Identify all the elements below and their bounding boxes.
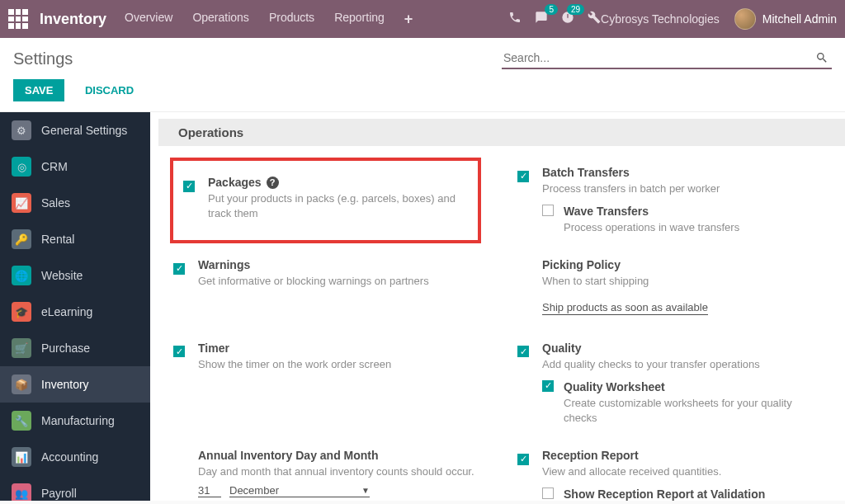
page-title: Settings	[13, 49, 73, 68]
sidebar-item-label: CRM	[41, 160, 68, 173]
debug-icon[interactable]	[588, 11, 601, 27]
sidebar-item-rental[interactable]: 🔑Rental	[0, 221, 150, 257]
sidebar-item-label: Rental	[41, 233, 74, 246]
section-header-operations: Operations	[158, 119, 845, 146]
si-payroll-icon: 👥	[12, 483, 31, 501]
sidebar-item-label: Sales	[41, 196, 70, 210]
sidebar-item-label: Inventory	[41, 378, 89, 391]
search-container	[502, 48, 832, 69]
systray: 5 29	[508, 11, 601, 27]
top-navbar: Inventory Overview Operations Products R…	[0, 0, 845, 38]
desc-timer: Show the timer on the work order screen	[198, 357, 478, 372]
desc-reception-report: View and allocate received quantities.	[542, 464, 822, 479]
checkbox-wave-transfers[interactable]	[542, 205, 554, 216]
sidebar-item-accounting[interactable]: 📊Accounting	[0, 439, 150, 475]
si-mfg-icon: 🔧	[12, 411, 31, 431]
sidebar-item-general-settings[interactable]: ⚙General Settings	[0, 112, 150, 148]
label-quality-worksheet: Quality Worksheet	[564, 380, 665, 393]
sidebar-item-label: Website	[41, 269, 83, 282]
sub-show-reception-validation: Show Reception Report at Validation Auto…	[542, 488, 822, 501]
setting-timer: Timer Show the timer on the work order s…	[170, 330, 481, 438]
nav-products[interactable]: Products	[269, 11, 314, 28]
select-picking-policy[interactable]: Ship products as soon as available	[542, 301, 708, 313]
sub-wave-transfers: Wave Transfers Process operations in wav…	[542, 205, 822, 235]
settings-content: Operations Packages ? Put your products …	[150, 112, 845, 501]
sidebar-item-crm[interactable]: ◎CRM	[0, 148, 150, 185]
label-annual-inventory: Annual Inventory Day and Month	[198, 449, 379, 462]
messages-badge: 5	[545, 4, 558, 15]
setting-batch-transfers: Batch Transfers Process transfers in bat…	[514, 154, 825, 247]
label-wave-transfers: Wave Transfers	[564, 205, 649, 218]
si-rental-icon: 🔑	[12, 229, 31, 249]
sidebar-item-purchase[interactable]: 🛒Purchase	[0, 330, 150, 366]
sidebar-item-label: Manufacturing	[41, 414, 115, 427]
setting-annual-inventory: Annual Inventory Day and Month Day and m…	[170, 437, 481, 501]
company-switcher[interactable]: Cybrosys Technologies	[601, 12, 720, 26]
checkbox-warnings[interactable]	[173, 263, 185, 275]
highlight-packages: Packages ? Put your products in packs (e…	[170, 158, 481, 243]
user-name: Mitchell Admin	[762, 12, 837, 26]
search-input[interactable]	[502, 48, 832, 68]
select-inventory-month[interactable]: December	[229, 484, 279, 497]
label-batch-transfers: Batch Transfers	[542, 166, 630, 179]
desc-quality: Add quality checks to your transfer oper…	[542, 357, 822, 372]
help-icon[interactable]: ?	[267, 177, 279, 189]
messages-icon[interactable]: 5	[535, 11, 548, 27]
app-brand[interactable]: Inventory	[40, 11, 106, 28]
discard-button[interactable]: DISCARD	[77, 79, 142, 101]
chevron-down-icon[interactable]: ▼	[361, 486, 370, 495]
si-elearn-icon: 🎓	[12, 302, 31, 322]
checkbox-quality-worksheet[interactable]	[542, 380, 554, 392]
sidebar-item-elearning[interactable]: 🎓eLearning	[0, 294, 150, 330]
si-account-icon: 📊	[12, 447, 31, 467]
checkbox-packages[interactable]	[183, 181, 195, 192]
label-quality: Quality	[542, 341, 581, 355]
setting-packages: Packages ? Put your products in packs (e…	[180, 164, 471, 233]
apps-launcher-icon[interactable]	[8, 9, 28, 29]
desc-annual-inventory: Day and month that annual inventory coun…	[198, 464, 478, 479]
checkbox-show-reception-validation[interactable]	[542, 488, 554, 499]
sidebar-item-label: eLearning	[41, 305, 92, 318]
sidebar-item-sales[interactable]: 📈Sales	[0, 185, 150, 221]
label-reception-report: Reception Report	[542, 449, 639, 462]
user-avatar	[734, 8, 756, 30]
checkbox-quality[interactable]	[517, 346, 529, 357]
sub-quality-worksheet: Quality Worksheet Create customizable wo…	[542, 380, 822, 426]
input-inventory-day[interactable]	[198, 484, 221, 497]
label-timer: Timer	[198, 341, 229, 355]
sidebar-item-website[interactable]: 🌐Website	[0, 257, 150, 294]
nav-add-icon[interactable]: +	[404, 11, 413, 28]
checkbox-timer[interactable]	[173, 346, 185, 357]
setting-quality: Quality Add quality checks to your trans…	[514, 330, 825, 438]
nav-links: Overview Operations Products Reporting +	[125, 11, 413, 28]
desc-wave-transfers: Process operations in wave transfers	[564, 220, 822, 235]
sidebar-item-payroll[interactable]: 👥Payroll	[0, 475, 150, 501]
si-inventory-icon: 📦	[12, 374, 31, 394]
si-crm-icon: ◎	[12, 157, 31, 177]
user-menu[interactable]: Mitchell Admin	[734, 8, 837, 30]
checkbox-batch-transfers[interactable]	[517, 171, 529, 182]
sidebar-item-label: General Settings	[41, 124, 127, 137]
desc-packages: Put your products in packs (e.g. parcels…	[208, 191, 468, 221]
action-bar: SAVE DISCARD	[0, 76, 845, 112]
nav-operations[interactable]: Operations	[192, 11, 248, 28]
phone-icon[interactable]	[508, 11, 522, 27]
setting-picking-policy: Picking Policy When to start shipping Sh…	[514, 247, 825, 329]
si-gear-icon: ⚙	[12, 120, 31, 140]
desc-quality-worksheet: Create customizable worksheets for your …	[564, 396, 822, 426]
sidebar-item-manufacturing[interactable]: 🔧Manufacturing	[0, 403, 150, 439]
desc-warnings: Get informative or blocking warnings on …	[198, 274, 478, 289]
si-purchase-icon: 🛒	[12, 338, 31, 358]
search-icon[interactable]	[815, 51, 828, 64]
activities-icon[interactable]: 29	[561, 11, 574, 27]
save-button[interactable]: SAVE	[13, 79, 64, 101]
sidebar-item-label: Payroll	[41, 487, 77, 500]
nav-overview[interactable]: Overview	[125, 11, 172, 28]
sidebar-item-inventory[interactable]: 📦Inventory	[0, 366, 150, 403]
page-header: Settings	[0, 38, 845, 76]
checkbox-reception-report[interactable]	[517, 454, 529, 465]
setting-warnings: Warnings Get informative or blocking war…	[170, 247, 481, 329]
nav-reporting[interactable]: Reporting	[334, 11, 385, 28]
label-picking-policy: Picking Policy	[542, 258, 621, 271]
settings-sidebar: ⚙General Settings◎CRM📈Sales🔑Rental🌐Websi…	[0, 112, 150, 501]
